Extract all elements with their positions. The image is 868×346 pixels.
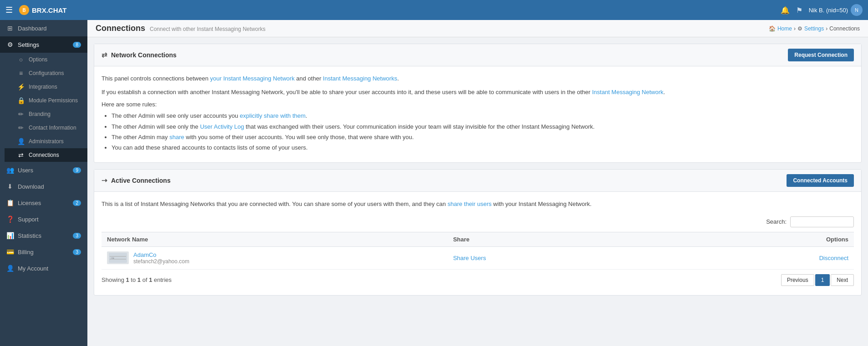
integrations-icon: ⚡ — [17, 83, 25, 90]
sidebar-label-licenses: Licenses — [18, 200, 41, 206]
table-footer: Showing 1 to 1 of 1 entries Previous 1 N… — [102, 270, 854, 288]
table-search-row: Search: — [102, 213, 854, 232]
network-logo: ~≈ — [107, 251, 129, 264]
other-imn-link[interactable]: Instant Messaging Networks — [323, 75, 397, 82]
breadcrumb-home-link[interactable]: Home — [777, 25, 792, 32]
network-connections-body: This panel controls connections between … — [94, 66, 861, 162]
sidebar-item-licenses[interactable]: 📋 Licenses 2 — [0, 195, 87, 211]
sidebar-label-users: Users — [18, 167, 33, 174]
network-cell: ~≈ AdamCo stefanch2@yahoo.com — [102, 246, 447, 269]
page-subtitle: Connect with other Instant Messaging Net… — [150, 26, 265, 32]
sidebar-label-download: Download — [18, 183, 44, 190]
module-permissions-icon: 🔒 — [17, 97, 25, 104]
configurations-icon: ≡ — [17, 70, 25, 77]
table-body: ~≈ AdamCo stefanch2@yahoo.com — [102, 246, 854, 269]
rule-3-link[interactable]: share — [169, 134, 184, 140]
breadcrumb-settings-link[interactable]: Settings — [804, 25, 824, 32]
sidebar-item-module-permissions[interactable]: 🔒 Module Permissions — [5, 94, 87, 107]
sidebar-label-settings: Settings — [18, 41, 39, 48]
active-connections-title: ⇢ Active Connections — [102, 176, 171, 185]
rule-1: The other Admin will see only user accou… — [112, 110, 854, 121]
logo-icon: B — [19, 5, 29, 15]
sidebar-item-support[interactable]: ❓ Support — [0, 211, 87, 227]
main-content: Connections Connect with other Instant M… — [87, 20, 868, 346]
network-name-link[interactable]: AdamCo — [133, 251, 189, 258]
branding-icon: ✏ — [17, 110, 25, 118]
connections-table: Network Name Share Options — [102, 232, 854, 270]
sidebar-label-configurations: Configurations — [29, 70, 64, 76]
user-activity-log-link[interactable]: User Activity Log — [200, 123, 244, 130]
sidebar-label-connections: Connections — [29, 152, 59, 158]
sidebar-item-my-account[interactable]: 👤 My Account — [0, 260, 87, 276]
network-connections-title-text: Network Connections — [111, 51, 177, 59]
sidebar-item-settings[interactable]: ⚙ Settings 8 — [0, 36, 87, 53]
breadcrumb-sep2: › — [826, 25, 827, 32]
disconnect-button[interactable]: Disconnect — [819, 255, 848, 261]
network-logo-svg: ~≈ — [109, 253, 127, 263]
connections-icon: ⇄ — [17, 151, 25, 159]
flag-icon[interactable]: ⚑ — [796, 6, 802, 15]
sidebar-item-administrators[interactable]: 👤 Administrators — [5, 135, 87, 148]
network-cell-inner: ~≈ AdamCo stefanch2@yahoo.com — [107, 251, 442, 265]
page-title: Connections — [96, 24, 145, 33]
breadcrumb-sep1: › — [794, 25, 796, 32]
breadcrumb-bar: Connections Connect with other Instant M… — [87, 20, 868, 37]
breadcrumb-settings-icon: ⚙ — [797, 25, 802, 32]
active-connections-panel: ⇢ Active Connections Connected Accounts … — [94, 169, 862, 296]
intro-text-1: This panel controls connections between … — [102, 74, 854, 84]
sidebar-item-users[interactable]: 👥 Users 9 — [0, 162, 87, 178]
hamburger-icon[interactable]: ☰ — [5, 5, 13, 15]
showing-of: 1 — [149, 276, 152, 283]
rules-title: Here are some rules: — [102, 101, 854, 108]
col-options: Options — [703, 232, 854, 246]
sidebar-item-contact-information[interactable]: ✏ Contact Information — [5, 121, 87, 135]
search-input[interactable] — [790, 216, 854, 227]
network-info: AdamCo stefanch2@yahoo.com — [133, 251, 189, 265]
sidebar-item-connections[interactable]: ⇄ Connections — [5, 148, 87, 162]
pagination-next[interactable]: Next — [831, 274, 854, 286]
request-connection-button[interactable]: Request Connection — [788, 49, 854, 61]
col-share: Share — [447, 232, 703, 246]
avatar: N — [851, 4, 863, 16]
sidebar-label-billing: Billing — [18, 249, 34, 256]
options-cell: Disconnect — [703, 246, 854, 269]
sidebar-item-statistics[interactable]: 📊 Statistics 3 — [0, 227, 87, 244]
sidebar-item-options[interactable]: ○ Options — [5, 53, 87, 66]
topnav-right: 🔔 ⚑ Nik B. (nid=50) N — [781, 4, 863, 16]
showing-to-label: to — [131, 276, 137, 283]
sidebar-item-branding[interactable]: ✏ Branding — [5, 107, 87, 121]
users-icon: 👥 — [6, 166, 14, 174]
share-users-link[interactable]: share their users — [447, 201, 492, 207]
connected-accounts-button[interactable]: Connected Accounts — [787, 174, 854, 187]
statistics-badge: 3 — [73, 233, 81, 239]
pagination-previous[interactable]: Previous — [781, 274, 814, 286]
statistics-icon: 📊 — [6, 232, 14, 239]
share-users-button[interactable]: Share Users — [453, 255, 486, 261]
sidebar-item-billing[interactable]: 💳 Billing 3 — [0, 244, 87, 260]
showing-of-label: of — [142, 276, 149, 283]
sidebar-item-integrations[interactable]: ⚡ Integrations — [5, 80, 87, 94]
user-menu[interactable]: Nik B. (nid=50) N — [809, 4, 863, 16]
sidebar-label-dashboard: Dashboard — [18, 25, 47, 32]
pagination-page-1[interactable]: 1 — [815, 274, 830, 286]
topnav-left: ☰ B BRX.CHAT — [5, 5, 66, 15]
showing-to: 1 — [137, 276, 141, 283]
sidebar-label-my-account: My Account — [18, 265, 48, 272]
rule-4: You can add these shared accounts to con… — [112, 142, 854, 153]
administrators-icon: 👤 — [17, 138, 25, 145]
sidebar-item-configurations[interactable]: ≡ Configurations — [5, 66, 87, 80]
licenses-icon: 📋 — [6, 199, 14, 206]
other-imn-link-2[interactable]: Instant Messaging Network — [592, 89, 664, 95]
topnav: ☰ B BRX.CHAT 🔔 ⚑ Nik B. (nid=50) N — [0, 0, 868, 20]
your-imn-link[interactable]: your Instant Messaging Network — [210, 75, 294, 82]
settings-badge: 8 — [73, 42, 81, 48]
sidebar-item-download[interactable]: ⬇ Download — [0, 178, 87, 195]
table-head: Network Name Share Options — [102, 232, 854, 246]
notifications-icon[interactable]: 🔔 — [781, 6, 790, 15]
support-icon: ❓ — [6, 216, 14, 223]
search-label: Search: — [766, 218, 787, 225]
table-header-row: Network Name Share Options — [102, 232, 854, 246]
rule-1-link[interactable]: explicitly share with them — [240, 112, 306, 119]
showing-entries-label: entries — [154, 276, 172, 283]
sidebar-item-dashboard[interactable]: ⊞ Dashboard — [0, 20, 87, 36]
